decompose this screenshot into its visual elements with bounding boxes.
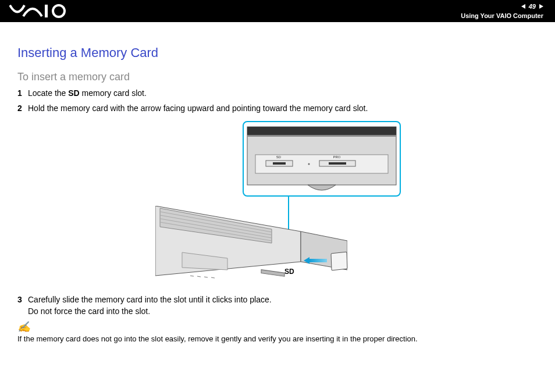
svg-point-10 (308, 163, 310, 165)
steps-list: 1 Locate the SD memory card slot. 2 Hold… (17, 88, 538, 114)
svg-point-1 (53, 5, 65, 17)
header-nav: 49 Using Your VAIO Computer (461, 0, 543, 20)
svg-rect-9 (329, 162, 346, 165)
svg-line-21 (197, 276, 201, 277)
page-number: 49 (529, 2, 536, 10)
svg-line-23 (211, 277, 215, 278)
slot-sd-label: SD (276, 155, 282, 159)
section-title: Using Your VAIO Computer (461, 10, 543, 20)
step-text: Hold the memory card with the arrow faci… (28, 103, 368, 115)
step-number: 3 (17, 294, 28, 306)
prev-page-icon[interactable] (521, 4, 525, 9)
svg-rect-19 (261, 270, 284, 277)
insert-arrow-icon (304, 257, 327, 264)
step-1: 1 Locate the SD memory card slot. (17, 88, 538, 99)
slot-pro-label: PRO (333, 155, 340, 159)
step-2: 2 Hold the memory card with the arrow fa… (17, 103, 538, 115)
page-header: 49 Using Your VAIO Computer (0, 0, 555, 22)
figure-laptop (155, 206, 347, 286)
figure-memory-card: SD PRO (155, 121, 400, 287)
step-number: 2 (17, 103, 28, 115)
page-subtitle: To insert a memory card (17, 71, 538, 83)
note-icon: ✍ (17, 320, 538, 333)
sd-label: SD (284, 268, 294, 276)
svg-rect-3 (247, 127, 396, 135)
vaio-logo (9, 3, 67, 21)
next-page-icon[interactable] (539, 4, 543, 9)
note-text: If the memory card does not go into the … (17, 334, 538, 343)
sd-card-graphic (330, 252, 347, 271)
step-number: 1 (17, 88, 28, 99)
steps-list-continued: 3 Carefully slide the memory card into t… (17, 294, 538, 317)
step-3: 3 Carefully slide the memory card into t… (17, 294, 538, 317)
page-title: Inserting a Memory Card (17, 45, 538, 60)
svg-line-22 (204, 277, 208, 277)
svg-rect-0 (45, 5, 48, 17)
svg-rect-7 (273, 162, 286, 165)
step-text: Carefully slide the memory card into the… (28, 294, 272, 317)
page-body: Inserting a Memory Card To insert a memo… (0, 22, 555, 355)
svg-line-20 (190, 276, 194, 276)
svg-rect-4 (247, 135, 396, 137)
step-text: Locate the SD memory card slot. (28, 88, 147, 99)
figure-callout: SD PRO (243, 121, 401, 197)
